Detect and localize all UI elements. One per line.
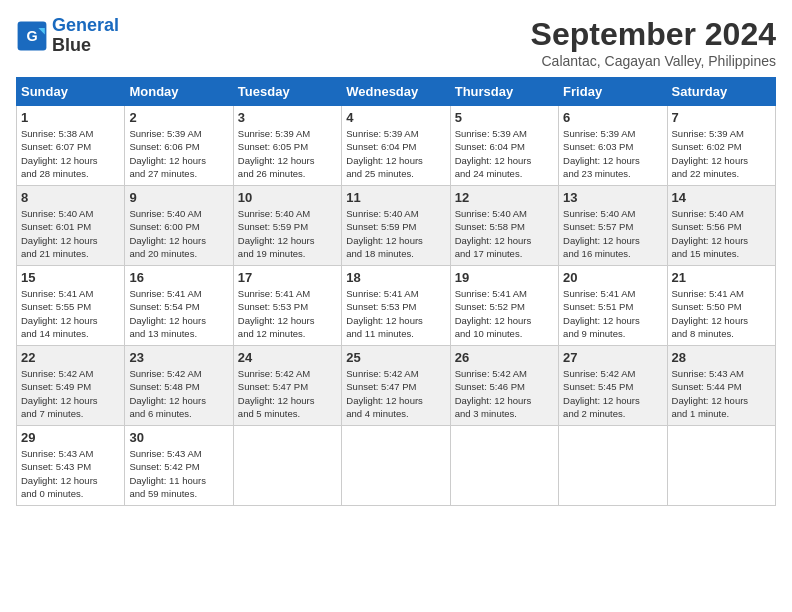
calendar-cell: 26Sunrise: 5:42 AM Sunset: 5:46 PM Dayli… xyxy=(450,346,558,426)
calendar-cell: 3Sunrise: 5:39 AM Sunset: 6:05 PM Daylig… xyxy=(233,106,341,186)
day-number: 6 xyxy=(563,110,662,125)
day-info: Sunrise: 5:40 AM Sunset: 5:59 PM Dayligh… xyxy=(346,207,445,260)
col-header-thursday: Thursday xyxy=(450,78,558,106)
calendar-cell: 9Sunrise: 5:40 AM Sunset: 6:00 PM Daylig… xyxy=(125,186,233,266)
calendar-cell xyxy=(559,426,667,506)
day-number: 10 xyxy=(238,190,337,205)
day-info: Sunrise: 5:42 AM Sunset: 5:45 PM Dayligh… xyxy=(563,367,662,420)
day-number: 23 xyxy=(129,350,228,365)
calendar-cell: 12Sunrise: 5:40 AM Sunset: 5:58 PM Dayli… xyxy=(450,186,558,266)
col-header-friday: Friday xyxy=(559,78,667,106)
col-header-sunday: Sunday xyxy=(17,78,125,106)
calendar-cell xyxy=(667,426,775,506)
day-number: 18 xyxy=(346,270,445,285)
page-header: G GeneralBlue September 2024 Calantac, C… xyxy=(16,16,776,69)
calendar-cell: 22Sunrise: 5:42 AM Sunset: 5:49 PM Dayli… xyxy=(17,346,125,426)
calendar-cell: 29Sunrise: 5:43 AM Sunset: 5:43 PM Dayli… xyxy=(17,426,125,506)
calendar-cell: 1Sunrise: 5:38 AM Sunset: 6:07 PM Daylig… xyxy=(17,106,125,186)
calendar-cell: 2Sunrise: 5:39 AM Sunset: 6:06 PM Daylig… xyxy=(125,106,233,186)
day-info: Sunrise: 5:43 AM Sunset: 5:42 PM Dayligh… xyxy=(129,447,228,500)
day-info: Sunrise: 5:43 AM Sunset: 5:43 PM Dayligh… xyxy=(21,447,120,500)
day-info: Sunrise: 5:39 AM Sunset: 6:04 PM Dayligh… xyxy=(455,127,554,180)
day-number: 14 xyxy=(672,190,771,205)
day-number: 30 xyxy=(129,430,228,445)
day-number: 28 xyxy=(672,350,771,365)
calendar-cell: 24Sunrise: 5:42 AM Sunset: 5:47 PM Dayli… xyxy=(233,346,341,426)
day-info: Sunrise: 5:39 AM Sunset: 6:02 PM Dayligh… xyxy=(672,127,771,180)
calendar-cell: 18Sunrise: 5:41 AM Sunset: 5:53 PM Dayli… xyxy=(342,266,450,346)
day-info: Sunrise: 5:40 AM Sunset: 5:56 PM Dayligh… xyxy=(672,207,771,260)
day-info: Sunrise: 5:40 AM Sunset: 5:58 PM Dayligh… xyxy=(455,207,554,260)
day-info: Sunrise: 5:40 AM Sunset: 5:57 PM Dayligh… xyxy=(563,207,662,260)
day-number: 9 xyxy=(129,190,228,205)
day-info: Sunrise: 5:41 AM Sunset: 5:55 PM Dayligh… xyxy=(21,287,120,340)
calendar-cell: 17Sunrise: 5:41 AM Sunset: 5:53 PM Dayli… xyxy=(233,266,341,346)
calendar-cell: 21Sunrise: 5:41 AM Sunset: 5:50 PM Dayli… xyxy=(667,266,775,346)
calendar-cell: 4Sunrise: 5:39 AM Sunset: 6:04 PM Daylig… xyxy=(342,106,450,186)
day-info: Sunrise: 5:39 AM Sunset: 6:03 PM Dayligh… xyxy=(563,127,662,180)
day-number: 27 xyxy=(563,350,662,365)
calendar-cell: 5Sunrise: 5:39 AM Sunset: 6:04 PM Daylig… xyxy=(450,106,558,186)
day-info: Sunrise: 5:41 AM Sunset: 5:53 PM Dayligh… xyxy=(238,287,337,340)
day-info: Sunrise: 5:39 AM Sunset: 6:05 PM Dayligh… xyxy=(238,127,337,180)
day-number: 26 xyxy=(455,350,554,365)
day-info: Sunrise: 5:40 AM Sunset: 6:00 PM Dayligh… xyxy=(129,207,228,260)
day-number: 21 xyxy=(672,270,771,285)
day-number: 7 xyxy=(672,110,771,125)
day-number: 12 xyxy=(455,190,554,205)
calendar-cell: 11Sunrise: 5:40 AM Sunset: 5:59 PM Dayli… xyxy=(342,186,450,266)
day-info: Sunrise: 5:41 AM Sunset: 5:52 PM Dayligh… xyxy=(455,287,554,340)
day-info: Sunrise: 5:38 AM Sunset: 6:07 PM Dayligh… xyxy=(21,127,120,180)
day-number: 20 xyxy=(563,270,662,285)
day-info: Sunrise: 5:39 AM Sunset: 6:06 PM Dayligh… xyxy=(129,127,228,180)
calendar-cell: 8Sunrise: 5:40 AM Sunset: 6:01 PM Daylig… xyxy=(17,186,125,266)
col-header-tuesday: Tuesday xyxy=(233,78,341,106)
calendar-cell: 25Sunrise: 5:42 AM Sunset: 5:47 PM Dayli… xyxy=(342,346,450,426)
day-number: 25 xyxy=(346,350,445,365)
calendar-cell: 19Sunrise: 5:41 AM Sunset: 5:52 PM Dayli… xyxy=(450,266,558,346)
day-info: Sunrise: 5:42 AM Sunset: 5:47 PM Dayligh… xyxy=(238,367,337,420)
day-number: 5 xyxy=(455,110,554,125)
svg-text:G: G xyxy=(26,28,37,44)
day-info: Sunrise: 5:40 AM Sunset: 6:01 PM Dayligh… xyxy=(21,207,120,260)
col-header-wednesday: Wednesday xyxy=(342,78,450,106)
day-number: 3 xyxy=(238,110,337,125)
calendar-cell: 6Sunrise: 5:39 AM Sunset: 6:03 PM Daylig… xyxy=(559,106,667,186)
day-number: 22 xyxy=(21,350,120,365)
day-info: Sunrise: 5:42 AM Sunset: 5:47 PM Dayligh… xyxy=(346,367,445,420)
day-info: Sunrise: 5:42 AM Sunset: 5:46 PM Dayligh… xyxy=(455,367,554,420)
calendar-cell: 20Sunrise: 5:41 AM Sunset: 5:51 PM Dayli… xyxy=(559,266,667,346)
day-info: Sunrise: 5:43 AM Sunset: 5:44 PM Dayligh… xyxy=(672,367,771,420)
day-info: Sunrise: 5:39 AM Sunset: 6:04 PM Dayligh… xyxy=(346,127,445,180)
day-number: 2 xyxy=(129,110,228,125)
day-number: 17 xyxy=(238,270,337,285)
calendar-cell: 27Sunrise: 5:42 AM Sunset: 5:45 PM Dayli… xyxy=(559,346,667,426)
calendar-cell: 14Sunrise: 5:40 AM Sunset: 5:56 PM Dayli… xyxy=(667,186,775,266)
col-header-monday: Monday xyxy=(125,78,233,106)
day-number: 24 xyxy=(238,350,337,365)
day-info: Sunrise: 5:42 AM Sunset: 5:49 PM Dayligh… xyxy=(21,367,120,420)
day-number: 8 xyxy=(21,190,120,205)
day-number: 1 xyxy=(21,110,120,125)
col-header-saturday: Saturday xyxy=(667,78,775,106)
logo: G GeneralBlue xyxy=(16,16,119,56)
calendar-cell: 23Sunrise: 5:42 AM Sunset: 5:48 PM Dayli… xyxy=(125,346,233,426)
day-number: 29 xyxy=(21,430,120,445)
calendar-cell xyxy=(342,426,450,506)
calendar-table: SundayMondayTuesdayWednesdayThursdayFrid… xyxy=(16,77,776,506)
day-info: Sunrise: 5:41 AM Sunset: 5:50 PM Dayligh… xyxy=(672,287,771,340)
day-number: 16 xyxy=(129,270,228,285)
logo-text: GeneralBlue xyxy=(52,16,119,56)
calendar-cell: 16Sunrise: 5:41 AM Sunset: 5:54 PM Dayli… xyxy=(125,266,233,346)
day-info: Sunrise: 5:41 AM Sunset: 5:53 PM Dayligh… xyxy=(346,287,445,340)
day-number: 4 xyxy=(346,110,445,125)
day-info: Sunrise: 5:42 AM Sunset: 5:48 PM Dayligh… xyxy=(129,367,228,420)
calendar-cell: 30Sunrise: 5:43 AM Sunset: 5:42 PM Dayli… xyxy=(125,426,233,506)
calendar-cell: 10Sunrise: 5:40 AM Sunset: 5:59 PM Dayli… xyxy=(233,186,341,266)
day-number: 19 xyxy=(455,270,554,285)
logo-icon: G xyxy=(16,20,48,52)
calendar-cell xyxy=(450,426,558,506)
calendar-cell: 13Sunrise: 5:40 AM Sunset: 5:57 PM Dayli… xyxy=(559,186,667,266)
calendar-cell: 28Sunrise: 5:43 AM Sunset: 5:44 PM Dayli… xyxy=(667,346,775,426)
title-area: September 2024 Calantac, Cagayan Valley,… xyxy=(531,16,776,69)
